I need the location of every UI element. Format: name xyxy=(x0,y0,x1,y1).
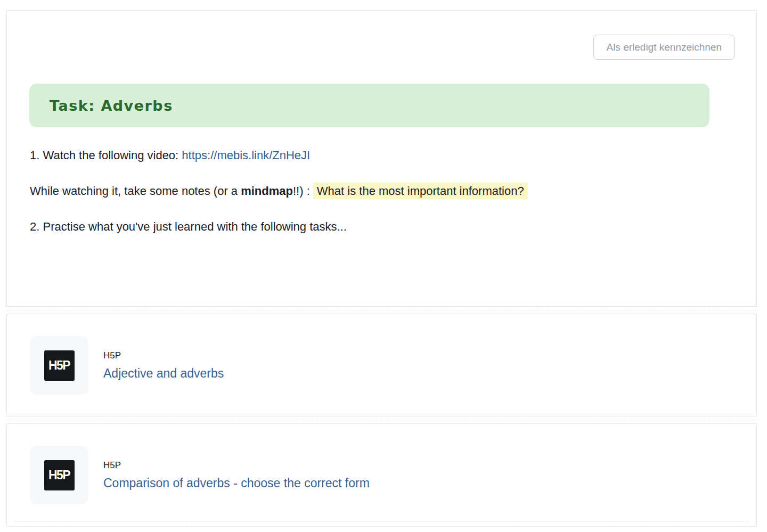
note-prefix-text: While watching it, take some notes (or a xyxy=(30,184,241,198)
instruction-step-1: 1. Watch the following video: https://me… xyxy=(30,148,756,163)
h5p-icon-tile: H5P xyxy=(30,336,88,395)
activity-row: H5P H5P Adjective and adverbs xyxy=(30,336,224,395)
note-bold-text: mindmap xyxy=(241,184,293,198)
h5p-icon-tile: H5P xyxy=(30,446,88,504)
instruction-step-2: 2. Practise what you've just learned wit… xyxy=(30,219,756,234)
activity-text-block: H5P Comparison of adverbs - choose the c… xyxy=(103,460,370,490)
section-divider xyxy=(0,307,767,314)
instruction-note: While watching it, take some notes (or a… xyxy=(30,184,756,199)
activity-card: H5P H5P Adjective and adverbs xyxy=(6,314,757,416)
activity-text-block: H5P Adjective and adverbs xyxy=(103,350,224,381)
h5p-icon: H5P xyxy=(44,460,75,490)
h5p-icon: H5P xyxy=(44,350,75,381)
note-highlighted-question: What is the most important information? xyxy=(313,183,528,199)
task-banner-title: Task: Adverbs xyxy=(50,97,173,114)
activity-type-label: H5P xyxy=(103,460,370,471)
note-suffix-text: !!) : xyxy=(293,184,313,198)
section-divider xyxy=(0,416,767,423)
activity-link-adjective-and-adverbs[interactable]: Adjective and adverbs xyxy=(103,366,224,381)
activity-bottom-divider xyxy=(14,521,749,522)
mark-as-done-button[interactable]: Als erledigt kennzeichnen xyxy=(593,35,735,60)
activity-row: H5P H5P Comparison of adverbs - choose t… xyxy=(30,446,370,504)
task-instructions: 1. Watch the following video: https://me… xyxy=(7,148,756,234)
task-section-card: Als erledigt kennzeichnen Task: Adverbs … xyxy=(6,10,757,307)
activity-link-comparison-of-adverbs[interactable]: Comparison of adverbs - choose the corre… xyxy=(103,476,370,490)
step1-text: 1. Watch the following video: xyxy=(30,149,182,162)
activity-type-label: H5P xyxy=(103,350,224,361)
activity-card: H5P H5P Comparison of adverbs - choose t… xyxy=(6,423,757,527)
video-link[interactable]: https://mebis.link/ZnHeJI xyxy=(182,149,310,162)
task-banner: Task: Adverbs xyxy=(29,84,709,127)
